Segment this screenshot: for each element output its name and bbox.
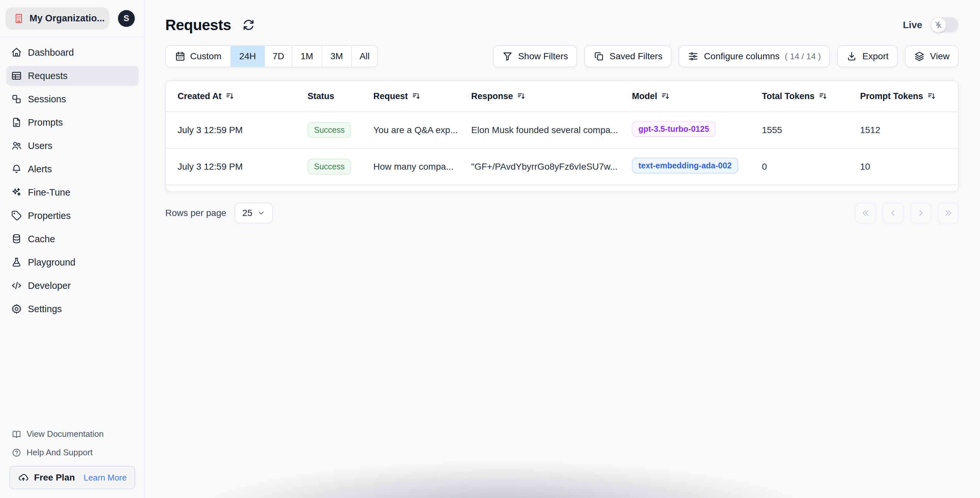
column-label: Model bbox=[632, 91, 657, 102]
sidebar-item-alerts[interactable]: Alerts bbox=[6, 159, 139, 179]
sidebar-item-label: Users bbox=[28, 141, 52, 151]
cell-request: How many compa... bbox=[373, 162, 471, 172]
show-filters-label: Show Filters bbox=[518, 51, 568, 62]
sidebar-item-dashboard[interactable]: Dashboard bbox=[6, 43, 139, 62]
document-icon bbox=[11, 117, 22, 128]
org-selector[interactable]: My Organizatio... bbox=[5, 8, 109, 30]
cell-created-at: July 3 12:59 PM bbox=[178, 125, 307, 135]
time-range-3m[interactable]: 3M bbox=[322, 46, 352, 67]
column-label: Request bbox=[373, 91, 408, 102]
sidebar-item-label: Developer bbox=[28, 281, 71, 291]
sidebar-item-label: Sessions bbox=[28, 94, 66, 105]
sidebar-item-label: Settings bbox=[28, 304, 62, 314]
view-button[interactable]: View bbox=[905, 45, 959, 67]
database-icon bbox=[11, 233, 22, 244]
column-header-response: Response bbox=[471, 91, 632, 102]
sort-icon[interactable] bbox=[412, 92, 421, 101]
cell-prompt-tokens: 10 bbox=[860, 162, 946, 172]
sort-icon[interactable] bbox=[927, 92, 936, 101]
status-badge: Success bbox=[307, 122, 351, 138]
learn-more-link[interactable]: Learn More bbox=[84, 473, 127, 483]
sidebar-item-sessions[interactable]: Sessions bbox=[6, 89, 139, 109]
sidebar-item-label: Fine-Tune bbox=[28, 187, 70, 198]
copy-icon bbox=[593, 51, 605, 62]
time-range-1m[interactable]: 1M bbox=[292, 46, 322, 67]
view-documentation-link[interactable]: View Documentation bbox=[12, 429, 135, 439]
sort-icon[interactable] bbox=[819, 92, 828, 101]
column-header-request: Request bbox=[373, 91, 471, 102]
sidebar-item-users[interactable]: Users bbox=[6, 136, 139, 156]
model-badge: text-embedding-ada-002 bbox=[632, 158, 738, 174]
refresh-button[interactable] bbox=[240, 16, 257, 33]
sidebar-item-cache[interactable]: Cache bbox=[6, 229, 139, 249]
book-icon bbox=[12, 429, 21, 439]
show-filters-button[interactable]: Show Filters bbox=[493, 45, 577, 67]
time-range-7d[interactable]: 7D bbox=[265, 46, 292, 67]
sidebar-item-requests[interactable]: Requests bbox=[6, 66, 139, 86]
table-row[interactable]: July 3 12:59 PM Success How many compa..… bbox=[166, 149, 958, 185]
chevron-right-icon bbox=[916, 208, 926, 218]
live-toggle[interactable] bbox=[931, 17, 959, 33]
last-page-button[interactable] bbox=[938, 203, 959, 224]
sort-icon[interactable] bbox=[661, 92, 670, 101]
code-icon bbox=[11, 280, 22, 291]
rows-per-page-select[interactable]: 25 bbox=[235, 203, 273, 224]
export-button[interactable]: Export bbox=[837, 45, 898, 67]
time-range-all[interactable]: All bbox=[352, 46, 377, 67]
configure-columns-button[interactable]: Configure columns ( 14 / 14 ) bbox=[679, 45, 830, 67]
building-icon bbox=[13, 13, 24, 24]
column-label: Total Tokens bbox=[762, 91, 815, 102]
help-support-link[interactable]: Help And Support bbox=[12, 447, 135, 458]
sidebar-item-properties[interactable]: Properties bbox=[6, 206, 139, 226]
time-range-control: Custom 24H 7D 1M 3M All bbox=[165, 45, 378, 67]
column-label: Status bbox=[307, 91, 334, 102]
calendar-icon bbox=[175, 51, 186, 62]
sidebar-item-prompts[interactable]: Prompts bbox=[6, 113, 139, 132]
home-icon bbox=[11, 47, 22, 58]
sidebar-item-developer[interactable]: Developer bbox=[6, 276, 139, 296]
sidebar-item-label: Cache bbox=[28, 234, 55, 244]
sort-icon[interactable] bbox=[517, 92, 526, 101]
cell-response: "GF+/PAvdYbyrrGo8yFz6vIeSU7w... bbox=[471, 162, 632, 172]
first-page-button[interactable] bbox=[855, 203, 876, 224]
next-page-button[interactable] bbox=[910, 203, 931, 224]
previous-page-button[interactable] bbox=[883, 203, 904, 224]
help-circle-icon bbox=[12, 448, 21, 458]
sidebar-item-fine-tune[interactable]: Fine-Tune bbox=[6, 182, 139, 202]
plan-name: Free Plan bbox=[34, 473, 75, 483]
cell-prompt-tokens: 1512 bbox=[860, 125, 946, 135]
column-header-prompt-tokens: Prompt Tokens bbox=[860, 91, 946, 102]
view-documentation-label: View Documentation bbox=[27, 429, 104, 439]
cell-model: gpt-3.5-turbo-0125 bbox=[632, 121, 762, 139]
sidebar-item-label: Prompts bbox=[28, 117, 63, 128]
sort-icon[interactable] bbox=[226, 92, 235, 101]
column-header-status: Status bbox=[307, 91, 373, 102]
funnel-icon bbox=[502, 51, 513, 62]
export-label: Export bbox=[862, 51, 889, 62]
column-label: Created At bbox=[178, 91, 222, 102]
cell-response: Elon Musk founded several compa... bbox=[471, 125, 632, 135]
cell-total-tokens: 1555 bbox=[762, 125, 860, 135]
org-name: My Organizatio... bbox=[30, 13, 105, 24]
chevron-down-icon bbox=[257, 209, 266, 217]
time-range-custom[interactable]: Custom bbox=[166, 46, 231, 67]
avatar[interactable]: S bbox=[118, 10, 135, 27]
time-range-24h[interactable]: 24H bbox=[231, 46, 265, 67]
table-row[interactable]: July 3 12:59 PM Success You are a Q&A ex… bbox=[166, 112, 958, 149]
model-badge: gpt-3.5-turbo-0125 bbox=[632, 121, 716, 137]
sidebar-item-label: Playground bbox=[28, 257, 75, 268]
cell-total-tokens: 0 bbox=[762, 162, 860, 172]
saved-filters-button[interactable]: Saved Filters bbox=[584, 45, 671, 67]
sidebar-item-label: Requests bbox=[28, 71, 68, 81]
gear-icon bbox=[11, 303, 22, 314]
cell-model: text-embedding-ada-002 bbox=[632, 158, 762, 176]
sidebar-footer: View Documentation Help And Support Free… bbox=[0, 429, 145, 489]
sparkles-icon bbox=[11, 187, 22, 198]
org-header: My Organizatio... S bbox=[0, 0, 145, 37]
flask-icon bbox=[11, 257, 22, 268]
pagination bbox=[855, 203, 959, 224]
sidebar-item-settings[interactable]: Settings bbox=[6, 299, 139, 319]
saved-filters-label: Saved Filters bbox=[609, 51, 662, 62]
page-header: Requests Live bbox=[165, 16, 959, 34]
sidebar-item-playground[interactable]: Playground bbox=[6, 252, 139, 272]
